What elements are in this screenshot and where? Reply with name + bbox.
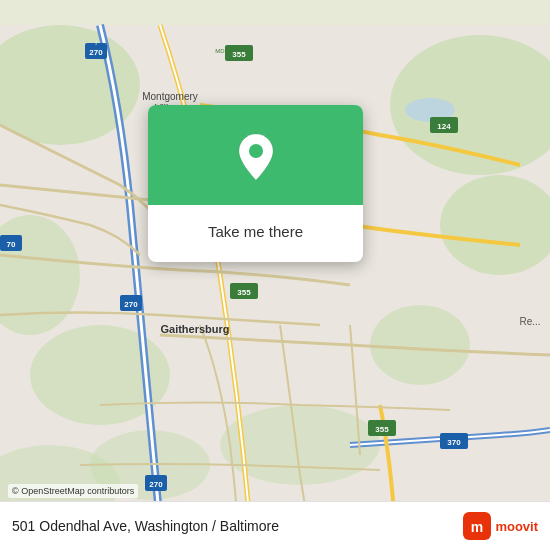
svg-text:Re...: Re... bbox=[519, 316, 540, 327]
address-text: 501 Odendhal Ave, Washington / Baltimore bbox=[12, 518, 279, 534]
svg-text:270: 270 bbox=[124, 300, 138, 309]
moovit-logo: m moovit bbox=[463, 512, 538, 540]
map-container: 270 I 270 270 355 MD 355 355 124 MD 124 … bbox=[0, 0, 550, 550]
map-background: 270 I 270 270 355 MD 355 355 124 MD 124 … bbox=[0, 0, 550, 550]
svg-text:Montgomery: Montgomery bbox=[142, 91, 198, 102]
svg-text:355: 355 bbox=[375, 425, 389, 434]
popup-header bbox=[148, 105, 363, 205]
svg-text:355: 355 bbox=[232, 50, 246, 59]
bottom-bar: 501 Odendhal Ave, Washington / Baltimore… bbox=[0, 501, 550, 550]
svg-text:355: 355 bbox=[237, 288, 251, 297]
location-pin-icon bbox=[235, 132, 277, 182]
svg-text:124: 124 bbox=[437, 122, 451, 131]
svg-text:270: 270 bbox=[89, 48, 103, 57]
svg-text:370: 370 bbox=[447, 438, 461, 447]
svg-text:MD: MD bbox=[215, 48, 225, 54]
take-me-there-button[interactable]: Take me there bbox=[172, 213, 339, 250]
svg-text:270: 270 bbox=[149, 480, 163, 489]
svg-point-41 bbox=[249, 144, 263, 158]
attribution: © OpenStreetMap contributors bbox=[8, 484, 138, 498]
moovit-text: moovit bbox=[495, 519, 538, 534]
svg-text:m: m bbox=[471, 519, 483, 535]
svg-text:70: 70 bbox=[7, 240, 16, 249]
moovit-icon: m bbox=[463, 512, 491, 540]
svg-text:Gaithersburg: Gaithersburg bbox=[160, 323, 229, 335]
svg-point-4 bbox=[370, 305, 470, 385]
popup-card: Take me there bbox=[148, 105, 363, 262]
